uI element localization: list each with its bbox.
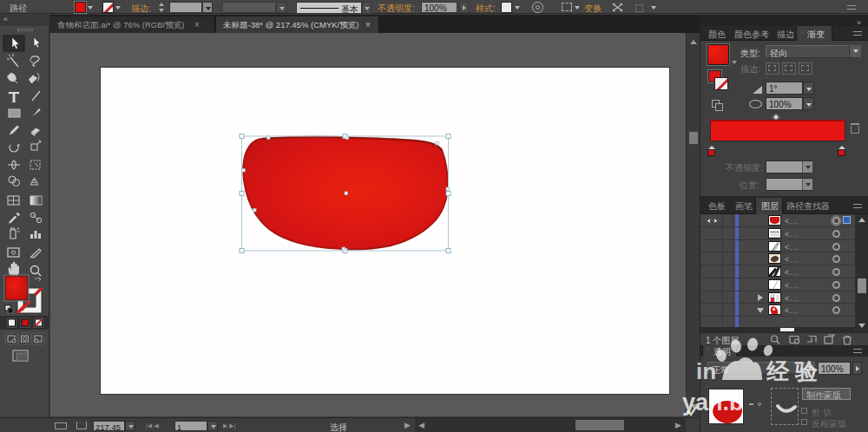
svg-text:yan.b: yan.b bbox=[682, 389, 744, 416]
svg-text:in: in bbox=[696, 358, 716, 384]
svg-text:经验: 经验 bbox=[766, 358, 824, 384]
